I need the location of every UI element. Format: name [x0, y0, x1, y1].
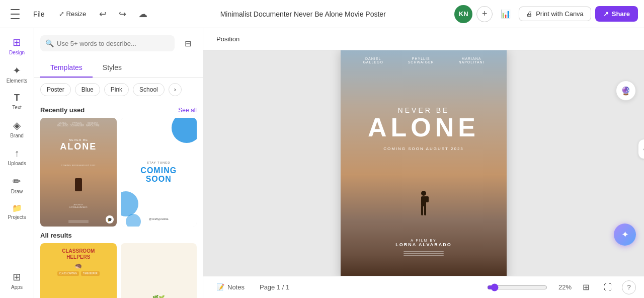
- main-area: ⊞ Design ✦ Elements T Text ◈ Brand ↑ Upl…: [0, 28, 644, 298]
- poster-decorative-lines: [404, 250, 444, 257]
- menu-button[interactable]: [6, 5, 24, 23]
- filter-tag-more[interactable]: ›: [169, 83, 182, 96]
- recently-used-header: Recently used See all: [40, 101, 197, 118]
- grid-view-button[interactable]: ⊞: [578, 279, 594, 295]
- fullscreen-icon: ⛶: [604, 283, 612, 292]
- print-icon: 🖨: [526, 10, 533, 18]
- analytics-button[interactable]: 📊: [497, 5, 515, 23]
- template-card-green[interactable]: 🌿🌱: [121, 243, 197, 298]
- card3-icons: 🦔: [74, 262, 82, 269]
- template-card-classroom[interactable]: CLASSROOMHELPERS 🦔 CLASS CAPTAIN TIMEKEE…: [40, 243, 117, 298]
- zoom-percentage: 22%: [551, 283, 572, 291]
- page-indicator: Page 1 / 1: [260, 283, 289, 291]
- sidebar-item-apps[interactable]: ⊞ Apps: [2, 267, 32, 294]
- filter-tag-blue[interactable]: Blue: [75, 83, 100, 96]
- template-card-coming-soon[interactable]: STAY TUNED COMING SOON @craftypretitia: [121, 118, 197, 227]
- filter-button[interactable]: ⊟: [179, 34, 197, 52]
- all-results-grid: CLASSROOMHELPERS 🦔 CLASS CAPTAIN TIMEKEE…: [40, 243, 197, 298]
- svg-rect-4: [424, 205, 426, 215]
- apps-icon: ⊞: [13, 271, 21, 283]
- tab-styles[interactable]: Styles: [93, 58, 132, 78]
- poster-name-napolitani: MARIANA NAPOLITANI: [458, 57, 484, 64]
- all-results-title: All results: [40, 232, 72, 239]
- card2-coming: COMING: [140, 166, 177, 175]
- tab-templates[interactable]: Templates: [40, 58, 93, 78]
- projects-icon: 📁: [12, 203, 22, 213]
- ai-icon: ✦: [621, 229, 629, 240]
- zoom-controls: 22%: [487, 283, 572, 291]
- see-all-link[interactable]: See all: [178, 107, 197, 114]
- blob2: [121, 191, 138, 216]
- undo-button[interactable]: ↩: [95, 6, 111, 23]
- topbar: File ⤢ Resize ↩ ↪ ☁ Minimalist Documente…: [0, 0, 644, 28]
- filter-tag-school[interactable]: School: [133, 83, 165, 96]
- svg-point-0: [421, 191, 426, 196]
- card3-title: CLASSROOMHELPERS: [62, 248, 95, 260]
- sidebar-item-uploads[interactable]: ↑ Uploads: [2, 143, 32, 170]
- document-title: Minimalist Documenter Never Be Alone Mov…: [155, 10, 450, 18]
- resize-button[interactable]: ⤢ Resize: [54, 7, 92, 21]
- user-avatar[interactable]: KN: [454, 5, 472, 23]
- redo-button[interactable]: ↪: [115, 6, 130, 23]
- topbar-left: File ⤢ Resize ↩ ↪ ☁: [6, 5, 151, 23]
- filter-tags: Poster Blue Pink School ›: [34, 78, 203, 101]
- sidebar-item-brand[interactable]: ◈ Brand: [2, 115, 32, 142]
- draw-icon: ✏: [13, 175, 21, 187]
- card1-coming-soon: COMING SOON AUGUST 2022: [61, 164, 96, 167]
- sidebar-item-draw[interactable]: ✏ Draw: [2, 171, 32, 198]
- brand-icon: ◈: [13, 119, 21, 131]
- card2-soon: SOON: [146, 175, 172, 184]
- sidebar-item-text[interactable]: T Text: [2, 89, 32, 114]
- all-results-header: All results: [40, 227, 197, 243]
- template-card-movie-poster[interactable]: DANIELGALLEGO PHYLLISSCHWAIGER MARIANANA…: [40, 118, 117, 227]
- elements-icon: ✦: [13, 64, 21, 77]
- sidebar-item-design[interactable]: ⊞ Design: [2, 32, 32, 59]
- search-input[interactable]: [57, 40, 170, 47]
- design-icon: ⊞: [13, 36, 21, 48]
- filter-icon: ⊟: [185, 39, 191, 48]
- magic-compass-button[interactable]: 🔮: [616, 81, 636, 101]
- notes-button[interactable]: 📝 Notes: [211, 280, 250, 294]
- poster-title-area: NEVER BE ALONE COMING SOON AUGUST 2023: [341, 106, 507, 151]
- fullscreen-button[interactable]: ⛶: [600, 279, 616, 295]
- sidebar-item-elements[interactable]: ✦ Elements: [2, 60, 32, 88]
- panel-content: Recently used See all DANIELGALLEGO PHYL…: [34, 101, 203, 298]
- search-input-wrap: 🔍: [40, 35, 175, 51]
- filter-tag-poster[interactable]: Poster: [40, 83, 71, 96]
- help-button[interactable]: ?: [622, 280, 636, 294]
- left-panel: 🔍 ⊟ Templates Styles Poster Blue Pink Sc…: [34, 28, 203, 298]
- panel-tabs: Templates Styles: [34, 58, 203, 78]
- recently-used-grid: DANIELGALLEGO PHYLLISSCHWAIGER MARIANANA…: [40, 118, 197, 227]
- topbar-right: KN + 📊 🖨 Print with Canva ↗ Share: [454, 5, 638, 23]
- recently-used-title: Recently used: [40, 106, 85, 114]
- card4-content: 🌿🌱: [152, 295, 165, 298]
- poster-names-row: DANIEL GALLEGO PHYLLIS SCHWAIGER MARIANA…: [341, 57, 507, 64]
- filter-tag-pink[interactable]: Pink: [104, 83, 129, 96]
- blob3: [126, 214, 141, 227]
- movie-poster[interactable]: DANIEL GALLEGO PHYLLIS SCHWAIGER MARIANA…: [341, 50, 507, 276]
- card2-handle: @craftypretitia: [149, 217, 169, 220]
- sidebar-item-projects[interactable]: 📁 Projects: [2, 199, 32, 224]
- sidebar: ⊞ Design ✦ Elements T Text ◈ Brand ↑ Upl…: [0, 28, 34, 298]
- resize-icon: ⤢: [59, 10, 64, 18]
- card1-names: DANIELGALLEGO PHYLLISSCHWAIGER MARIANANA…: [57, 122, 100, 127]
- share-button[interactable]: ↗ Share: [595, 6, 638, 22]
- print-with-canva-button[interactable]: 🖨 Print with Canva: [519, 7, 591, 21]
- canvas-area: Position 🔮 DANIEL GALLEGO PHYLLIS: [203, 28, 644, 298]
- svg-rect-3: [421, 205, 423, 215]
- add-user-button[interactable]: +: [476, 6, 493, 22]
- ai-assist-button[interactable]: ✦: [614, 224, 636, 246]
- position-button[interactable]: Position: [211, 32, 245, 46]
- card1-person: [75, 178, 82, 191]
- text-icon: T: [14, 93, 20, 103]
- poster-film-by: A FILM BY LORNA ALVARADO: [341, 239, 507, 247]
- grid-icon: ⊞: [583, 282, 589, 292]
- poster-name-gallego: DANIEL GALLEGO: [363, 57, 383, 64]
- zoom-slider[interactable]: [487, 283, 547, 291]
- svg-rect-2: [421, 196, 426, 206]
- file-menu-button[interactable]: File: [28, 7, 50, 21]
- notes-icon: 📝: [216, 283, 224, 291]
- search-icon: 🔍: [45, 39, 54, 47]
- cloud-save-button[interactable]: ☁: [134, 6, 151, 23]
- canvas-wrapper[interactable]: 🔮 DANIEL GALLEGO PHYLLIS SCHWAIGER: [203, 50, 644, 276]
